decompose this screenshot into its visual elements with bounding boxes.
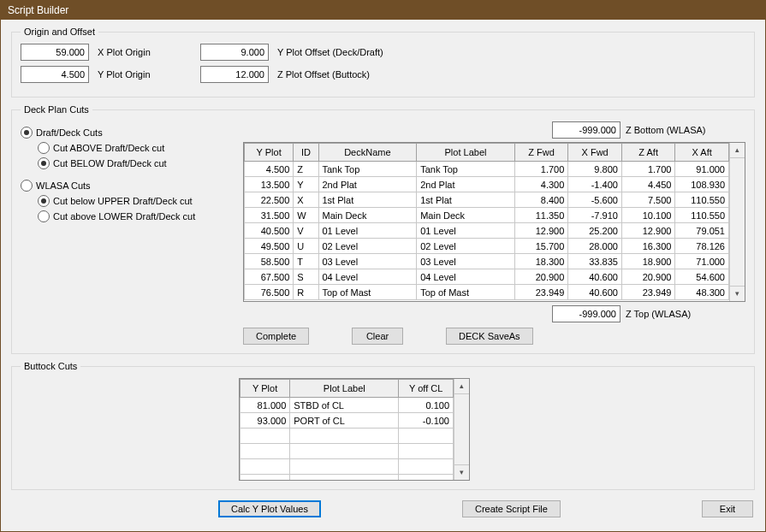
cell-xfwd[interactable]: 25.200	[568, 223, 622, 239]
cell-label[interactable]: 02 Level	[417, 239, 515, 254]
cell-name[interactable]: Tank Top	[318, 162, 417, 177]
cell-name[interactable]: 02 Level	[318, 239, 417, 254]
cell-label[interactable]: Tank Top	[417, 162, 515, 177]
cell-yoff[interactable]	[399, 429, 454, 444]
scroll-down-icon[interactable]: ▾	[454, 464, 469, 480]
cell-label[interactable]: 03 Level	[417, 254, 515, 269]
radio-cut-above[interactable]: Cut ABOVE Draft/Deck cut	[38, 142, 235, 154]
cell-id[interactable]: T	[294, 254, 318, 269]
col-yplot[interactable]: Y Plot	[240, 380, 290, 398]
col-yoffcl[interactable]: Y off CL	[399, 380, 454, 398]
z-plot-offset-input[interactable]	[200, 66, 269, 83]
radio-draft-deck-cuts[interactable]: Draft/Deck Cuts	[21, 127, 235, 139]
cell-label[interactable]: PORT of CL	[290, 413, 399, 429]
cell-zaft[interactable]: 18.900	[621, 254, 675, 269]
cell-name[interactable]: Main Deck	[318, 208, 417, 223]
cell-id[interactable]: Z	[294, 162, 318, 177]
cell-xfwd[interactable]: 40.600	[568, 269, 622, 285]
scroll-down-icon[interactable]: ▾	[730, 286, 745, 301]
cell-zaft[interactable]: 1.700	[621, 162, 675, 177]
cell-yoff[interactable]	[399, 444, 454, 459]
cell-zfwd[interactable]: 20.900	[514, 269, 568, 285]
cell-yplot[interactable]: 49.500	[245, 239, 294, 254]
cell-yplot[interactable]: 40.500	[245, 223, 294, 239]
cell-zaft[interactable]: 23.949	[621, 285, 675, 300]
z-top-input[interactable]	[552, 305, 621, 322]
cell-id[interactable]: S	[294, 269, 318, 285]
cell-yplot[interactable]: 22.500	[245, 192, 294, 208]
cell-yplot[interactable]: 4.500	[245, 162, 294, 177]
deck-table[interactable]: Y Plot ID DeckName Plot Label Z Fwd X Fw…	[244, 143, 729, 300]
cell-label[interactable]	[290, 444, 399, 459]
cell-label[interactable]: Top of Mast	[417, 285, 515, 300]
scroll-up-icon[interactable]: ▴	[730, 143, 745, 158]
radio-cut-below-upper[interactable]: Cut below UPPER Draft/Deck cut	[38, 195, 235, 207]
deck-table-scrollbar[interactable]: ▴ ▾	[729, 143, 745, 301]
col-zaft[interactable]: Z Aft	[621, 144, 675, 162]
cell-label[interactable]: 04 Level	[417, 269, 515, 285]
cell-label[interactable]: 01 Level	[417, 223, 515, 239]
cell-label[interactable]: 2nd Plat	[417, 177, 515, 192]
cell-zaft[interactable]: 20.900	[621, 269, 675, 285]
cell-yplot[interactable]	[240, 459, 290, 475]
cell-yplot[interactable]: 81.000	[240, 398, 290, 413]
y-plot-offset-input[interactable]	[200, 44, 269, 61]
col-id[interactable]: ID	[294, 144, 318, 162]
col-yplot[interactable]: Y Plot	[245, 144, 294, 162]
cell-zfwd[interactable]: 1.700	[514, 162, 568, 177]
clear-button[interactable]: Clear	[352, 328, 403, 345]
cell-xaft[interactable]: 48.300	[675, 285, 729, 300]
cell-id[interactable]: U	[294, 239, 318, 254]
z-bottom-input[interactable]	[552, 121, 621, 139]
cell-name[interactable]: 2nd Plat	[318, 177, 417, 192]
cell-id[interactable]: Y	[294, 177, 318, 192]
scroll-up-icon[interactable]: ▴	[454, 379, 469, 394]
table-row[interactable]	[240, 429, 454, 444]
cell-id[interactable]: V	[294, 223, 318, 239]
table-row[interactable]: 76.500RTop of MastTop of Mast23.94940.60…	[245, 285, 729, 300]
buttock-table[interactable]: Y Plot Plot Label Y off CL 81.000STBD of…	[240, 379, 454, 480]
cell-zaft[interactable]: 4.450	[621, 177, 675, 192]
cell-yplot[interactable]: 76.500	[245, 285, 294, 300]
table-row[interactable]: 4.500ZTank TopTank Top1.7009.8001.70091.…	[245, 162, 729, 177]
calc-y-plot-values-button[interactable]: Calc Y Plot Values	[218, 500, 321, 517]
cell-zaft[interactable]: 10.100	[621, 208, 675, 223]
col-zfwd[interactable]: Z Fwd	[514, 144, 568, 162]
col-plotlabel[interactable]: Plot Label	[290, 380, 399, 398]
cell-yplot[interactable]: 13.500	[245, 177, 294, 192]
cell-xfwd[interactable]: 9.800	[568, 162, 622, 177]
table-row[interactable]: 58.500T03 Level03 Level18.30033.83518.90…	[245, 254, 729, 269]
table-row[interactable]	[240, 475, 454, 481]
table-row[interactable]	[240, 444, 454, 459]
cell-xaft[interactable]: 110.550	[675, 192, 729, 208]
cell-zfwd[interactable]: 11.350	[514, 208, 568, 223]
table-row[interactable]: 22.500X1st Plat1st Plat8.400-5.6007.5001…	[245, 192, 729, 208]
cell-zfwd[interactable]: 8.400	[514, 192, 568, 208]
cell-zfwd[interactable]: 12.900	[514, 223, 568, 239]
table-row[interactable]: 40.500V01 Level01 Level12.90025.20012.90…	[245, 223, 729, 239]
table-row[interactable]: 93.000PORT of CL-0.100	[240, 413, 454, 429]
table-row[interactable]: 49.500U02 Level02 Level15.70028.00016.30…	[245, 239, 729, 254]
table-row[interactable]: 13.500Y2nd Plat2nd Plat4.300-1.4004.4501…	[245, 177, 729, 192]
table-row[interactable]: 31.500WMain DeckMain Deck11.350-7.91010.…	[245, 208, 729, 223]
radio-wlasa-cuts[interactable]: WLASA Cuts	[21, 180, 235, 192]
table-row[interactable]: 81.000STBD of CL0.100	[240, 398, 454, 413]
exit-button[interactable]: Exit	[702, 500, 753, 517]
cell-label[interactable]: 1st Plat	[417, 192, 515, 208]
deck-saveas-button[interactable]: DECK SaveAs	[446, 328, 533, 345]
cell-zfwd[interactable]: 15.700	[514, 239, 568, 254]
cell-xaft[interactable]: 54.600	[675, 269, 729, 285]
cell-label[interactable]	[290, 475, 399, 481]
cell-yplot[interactable]: 67.500	[245, 269, 294, 285]
cell-yplot[interactable]	[240, 429, 290, 444]
cell-yoff[interactable]	[399, 459, 454, 475]
radio-cut-below[interactable]: Cut BELOW Draft/Deck cut	[38, 157, 235, 169]
y-plot-origin-input[interactable]	[21, 66, 89, 83]
cell-name[interactable]: 04 Level	[318, 269, 417, 285]
cell-xaft[interactable]: 78.126	[675, 239, 729, 254]
cell-id[interactable]: W	[294, 208, 318, 223]
table-row[interactable]: 67.500S04 Level04 Level20.90040.60020.90…	[245, 269, 729, 285]
col-xfwd[interactable]: X Fwd	[568, 144, 622, 162]
cell-yoff[interactable]: -0.100	[399, 413, 454, 429]
cell-xfwd[interactable]: 40.600	[568, 285, 622, 300]
